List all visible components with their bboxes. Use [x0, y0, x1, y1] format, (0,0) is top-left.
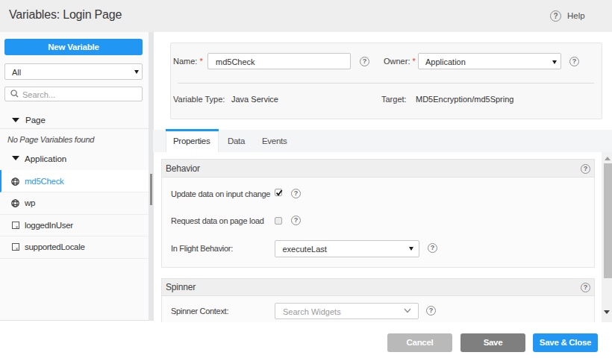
- svg-text:x: x: [16, 246, 18, 251]
- svg-text:x: x: [16, 225, 18, 229]
